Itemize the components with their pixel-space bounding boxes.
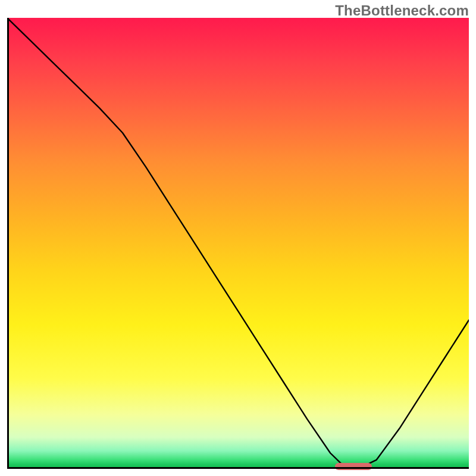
watermark-text: TheBottleneck.com xyxy=(335,2,469,19)
optimal-range-marker xyxy=(335,463,372,470)
bottleneck-curve xyxy=(7,18,469,469)
chart-container: TheBottleneck.com xyxy=(0,0,476,476)
plot-area xyxy=(7,18,469,469)
